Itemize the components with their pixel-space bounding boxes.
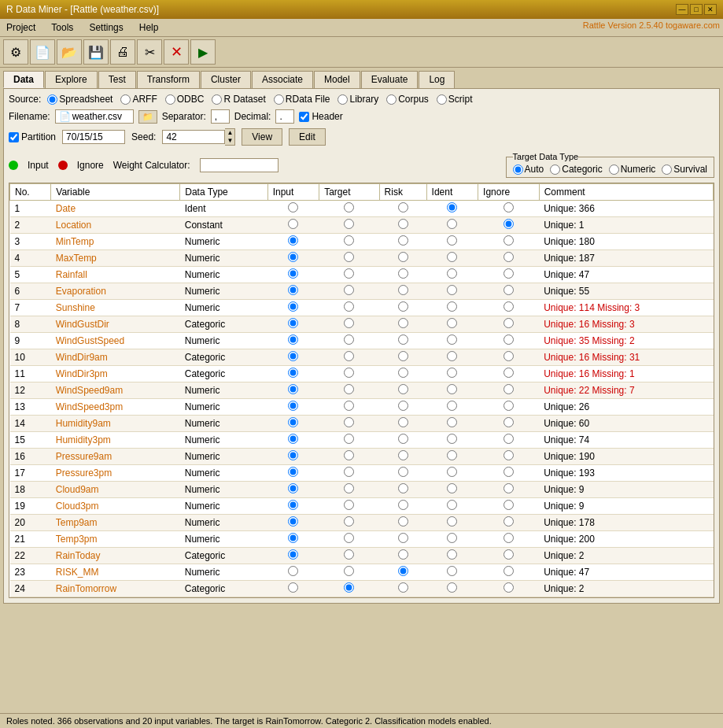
cell-ignore[interactable] <box>478 382 540 399</box>
source-arff[interactable]: ARFF <box>120 94 157 105</box>
tab-explore[interactable]: Explore <box>45 71 98 88</box>
cell-ignore[interactable] <box>478 548 540 564</box>
cell-target[interactable] <box>319 432 379 449</box>
cell-input[interactable] <box>267 399 319 416</box>
cell-ident[interactable] <box>426 449 478 465</box>
cell-ident[interactable] <box>426 531 478 548</box>
cell-input[interactable] <box>267 416 319 432</box>
cell-risk[interactable] <box>379 234 426 250</box>
tab-cluster[interactable]: Cluster <box>201 71 251 88</box>
cell-ignore[interactable] <box>478 465 540 482</box>
cell-input[interactable] <box>267 349 319 366</box>
print-button[interactable]: 🖨 <box>110 39 135 65</box>
source-library[interactable]: Library <box>338 94 378 105</box>
cell-ignore[interactable] <box>478 531 540 548</box>
minimize-button[interactable]: — <box>676 4 688 15</box>
cell-ident[interactable] <box>426 250 478 267</box>
cell-ident[interactable] <box>426 465 478 482</box>
cell-ignore[interactable] <box>478 399 540 416</box>
cell-ignore[interactable] <box>478 482 540 498</box>
close-button[interactable]: ✕ <box>704 4 717 15</box>
cell-risk[interactable] <box>379 333 426 349</box>
partition-checkbox[interactable] <box>9 132 19 142</box>
cell-input[interactable] <box>267 366 319 382</box>
cell-target[interactable] <box>319 283 379 300</box>
cell-risk[interactable] <box>379 531 426 548</box>
cell-target[interactable] <box>319 564 379 581</box>
run-button[interactable]: ▶ <box>190 39 216 65</box>
cell-ident[interactable] <box>426 498 478 515</box>
cell-risk[interactable] <box>379 416 426 432</box>
source-script[interactable]: Script <box>437 94 473 105</box>
cell-ident[interactable] <box>426 399 478 416</box>
header-checkbox[interactable] <box>299 112 309 122</box>
cell-input[interactable] <box>267 283 319 300</box>
cell-risk[interactable] <box>379 316 426 333</box>
target-auto[interactable]: Auto <box>513 164 544 175</box>
cell-target[interactable] <box>319 300 379 316</box>
cell-ignore[interactable] <box>478 283 540 300</box>
cell-target[interactable] <box>319 217 379 234</box>
browse-button[interactable]: 📁 <box>138 110 157 124</box>
source-spreadsheet[interactable]: Spreadsheet <box>47 94 113 105</box>
cell-risk[interactable] <box>379 267 426 283</box>
cell-target[interactable] <box>319 449 379 465</box>
cell-risk[interactable] <box>379 300 426 316</box>
cell-ignore[interactable] <box>478 217 540 234</box>
cell-input[interactable] <box>267 234 319 250</box>
source-rdataset[interactable]: R Dataset <box>212 94 265 105</box>
cell-input[interactable] <box>267 333 319 349</box>
cell-risk[interactable] <box>379 349 426 366</box>
website-link[interactable]: togaware.com <box>666 20 720 30</box>
cell-ignore[interactable] <box>478 515 540 531</box>
menu-help[interactable]: Help <box>136 20 162 35</box>
cell-risk[interactable] <box>379 382 426 399</box>
cell-ignore[interactable] <box>478 416 540 432</box>
tab-evaluate[interactable]: Evaluate <box>361 71 419 88</box>
cell-target[interactable] <box>319 333 379 349</box>
cell-ident[interactable] <box>426 267 478 283</box>
tab-data[interactable]: Data <box>3 71 44 88</box>
source-odbc[interactable]: ODBC <box>165 94 205 105</box>
cell-risk[interactable] <box>379 250 426 267</box>
cell-risk[interactable] <box>379 564 426 581</box>
target-survival[interactable]: Survival <box>662 164 707 175</box>
cell-ident[interactable] <box>426 333 478 349</box>
cell-ident[interactable] <box>426 482 478 498</box>
cell-ident[interactable] <box>426 217 478 234</box>
seed-input[interactable] <box>162 130 225 144</box>
cell-input[interactable] <box>267 250 319 267</box>
cell-ignore[interactable] <box>478 349 540 366</box>
cell-ident[interactable] <box>426 366 478 382</box>
cell-input[interactable] <box>267 449 319 465</box>
cell-ignore[interactable] <box>478 564 540 581</box>
cell-ident[interactable] <box>426 564 478 581</box>
weight-calculator-input[interactable] <box>200 158 279 172</box>
partition-value-input[interactable] <box>62 130 125 144</box>
cell-input[interactable] <box>267 382 319 399</box>
menu-tools[interactable]: Tools <box>48 20 76 35</box>
cell-target[interactable] <box>319 515 379 531</box>
cell-ident[interactable] <box>426 316 478 333</box>
cell-target[interactable] <box>319 382 379 399</box>
cell-ignore[interactable] <box>478 449 540 465</box>
tab-associate[interactable]: Associate <box>252 71 313 88</box>
cell-risk[interactable] <box>379 201 426 217</box>
cell-ignore[interactable] <box>478 250 540 267</box>
cell-ignore[interactable] <box>478 316 540 333</box>
cell-target[interactable] <box>319 366 379 382</box>
tab-transform[interactable]: Transform <box>137 71 200 88</box>
cell-input[interactable] <box>267 548 319 564</box>
cell-target[interactable] <box>319 416 379 432</box>
source-rdata[interactable]: RData File <box>274 94 330 105</box>
target-categoric[interactable]: Categoric <box>550 164 602 175</box>
new-button[interactable]: 📄 <box>30 39 55 65</box>
tab-test[interactable]: Test <box>98 71 136 88</box>
cell-risk[interactable] <box>379 432 426 449</box>
cell-ident[interactable] <box>426 416 478 432</box>
decimal-input[interactable] <box>275 109 294 124</box>
cell-target[interactable] <box>319 349 379 366</box>
cell-risk[interactable] <box>379 548 426 564</box>
cell-ident[interactable] <box>426 382 478 399</box>
cell-ignore[interactable] <box>478 581 540 597</box>
